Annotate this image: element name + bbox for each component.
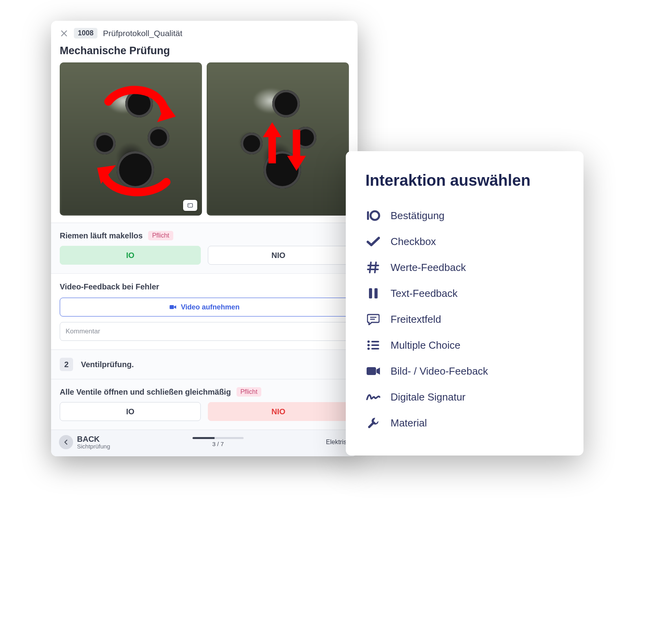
progress: 3 / 7 xyxy=(193,437,244,447)
image-valve-movement[interactable] xyxy=(207,62,349,216)
option-label: Digitale Signatur xyxy=(391,391,466,403)
list-icon xyxy=(365,338,381,352)
camera-icon xyxy=(365,364,381,378)
step-number: 2 xyxy=(60,358,73,371)
svg-rect-7 xyxy=(367,211,369,220)
step-title: Ventilprüfung. xyxy=(81,360,134,369)
interaction-option-bestaetigung[interactable]: Bestätigung xyxy=(365,203,565,229)
interaction-option-multiple[interactable]: Multiple Choice xyxy=(365,332,565,358)
io-button[interactable]: IO xyxy=(60,246,201,265)
interaction-option-freitext[interactable]: Freitextfeld xyxy=(365,306,565,332)
option-label: Bestätigung xyxy=(391,210,444,222)
check-block-1: Riemen läuft makellos Pflicht IO NIO xyxy=(51,223,358,273)
image-expand-icon[interactable] xyxy=(183,200,197,211)
record-video-button[interactable]: Video aufnehmen xyxy=(60,298,349,317)
svg-rect-16 xyxy=(371,344,379,346)
io-button[interactable]: IO xyxy=(60,402,201,421)
interaction-option-text[interactable]: Text-Feedback xyxy=(365,280,565,306)
svg-rect-18 xyxy=(371,348,379,349)
interaction-option-werte[interactable]: Werte-Feedback xyxy=(365,254,565,280)
chevron-left-icon xyxy=(62,439,70,446)
protocol-id-badge: 1008 xyxy=(74,28,97,38)
svg-point-8 xyxy=(371,211,379,220)
footer-nav: BACK Sichtprüfung 3 / 7 Elektrisc xyxy=(51,430,358,456)
interaction-option-checkbox[interactable]: Checkbox xyxy=(365,229,565,254)
interaction-option-signatur[interactable]: Digitale Signatur xyxy=(365,384,565,410)
required-badge: Pflicht xyxy=(237,387,262,397)
panel-title: Interaktion auswählen xyxy=(365,172,565,189)
option-label: Multiple Choice xyxy=(391,339,461,351)
video-block-title: Video-Feedback bei Fehler xyxy=(60,282,349,291)
progress-label: 3 / 7 xyxy=(212,441,224,447)
wrench-icon xyxy=(365,416,381,430)
svg-rect-6 xyxy=(170,305,174,309)
progress-fill xyxy=(193,437,215,439)
interaction-option-material[interactable]: Material xyxy=(365,410,565,436)
svg-point-3 xyxy=(189,205,189,205)
svg-marker-5 xyxy=(287,130,306,171)
step-header: 2 Ventilprüfung. xyxy=(51,349,358,379)
close-icon[interactable] xyxy=(60,29,68,38)
hash-icon xyxy=(365,261,381,274)
checklist-app: 1008 Prüfprotokoll_Qualität Mechanische … xyxy=(51,21,358,456)
pause-icon xyxy=(365,287,381,300)
svg-rect-19 xyxy=(367,367,376,375)
protocol-name: Prüfprotokoll_Qualität xyxy=(103,29,182,38)
svg-marker-4 xyxy=(263,122,282,163)
section-title: Mechanische Prüfung xyxy=(51,42,358,62)
svg-rect-9 xyxy=(369,288,372,298)
option-label: Freitextfeld xyxy=(391,313,441,326)
svg-rect-14 xyxy=(371,341,379,342)
svg-point-13 xyxy=(367,340,370,343)
back-sub: Sichtprüfung xyxy=(77,443,110,450)
required-badge: Pflicht xyxy=(148,231,173,240)
record-video-label: Video aufnehmen xyxy=(181,303,240,311)
video-icon xyxy=(169,303,177,311)
io-text-icon xyxy=(365,209,381,222)
option-label: Text-Feedback xyxy=(391,287,458,300)
svg-point-17 xyxy=(367,348,370,350)
svg-rect-10 xyxy=(374,288,378,298)
svg-point-15 xyxy=(367,344,370,346)
back-button[interactable] xyxy=(59,435,73,449)
check-block-2: Alle Ventile öffnen und schließen gleich… xyxy=(51,379,358,430)
image-belt-rotation[interactable] xyxy=(60,62,202,216)
option-label: Checkbox xyxy=(391,236,436,248)
check1-label: Riemen läuft makellos xyxy=(60,231,143,240)
check-icon xyxy=(365,235,381,248)
app-header: 1008 Prüfprotokoll_Qualität xyxy=(51,21,358,42)
option-label: Material xyxy=(391,417,427,429)
video-feedback-block: Video-Feedback bei Fehler Video aufnehme… xyxy=(51,273,358,349)
comment-input[interactable] xyxy=(60,322,349,341)
squiggle-icon xyxy=(365,390,381,404)
svg-rect-2 xyxy=(188,203,193,207)
chat-icon xyxy=(365,313,381,326)
option-label: Werte-Feedback xyxy=(391,262,466,274)
back-label: BACK xyxy=(77,435,110,443)
option-label: Bild- / Video-Feeback xyxy=(391,365,488,377)
nio-button[interactable]: NIO xyxy=(208,246,349,265)
interaction-option-media[interactable]: Bild- / Video-Feeback xyxy=(365,358,565,384)
nio-button[interactable]: NIO xyxy=(208,402,349,421)
interaction-picker: Interaktion auswählen BestätigungCheckbo… xyxy=(346,151,583,456)
check2-label: Alle Ventile öffnen und schließen gleich… xyxy=(60,388,231,397)
image-row xyxy=(51,62,358,216)
